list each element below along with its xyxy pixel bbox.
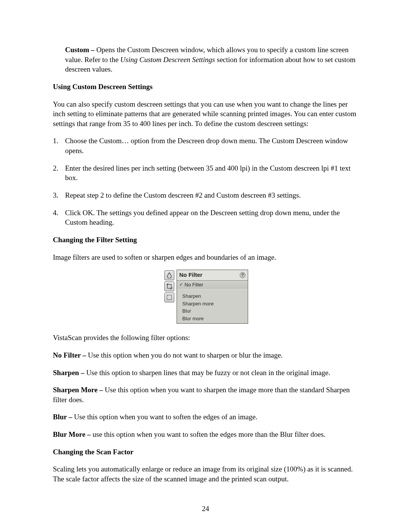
blur-paragraph: Blur – Use this option when you want to … xyxy=(53,412,360,422)
dropdown-selected-row[interactable]: ✓ No Filter xyxy=(177,281,248,290)
blur-text: Use this option when you want to soften … xyxy=(72,413,258,421)
filter-dropdown-figure: No Filter ? ✓ No Filter Sharpen Sharpen … xyxy=(164,270,248,324)
heading-scan-factor: Changing the Scan Factor xyxy=(53,447,360,457)
scan-factor-paragraph: Scaling lets you automatically enlarge o… xyxy=(53,464,360,484)
dropdown-item-sharpen-more[interactable]: Sharpen more xyxy=(177,300,248,308)
sharpen-text: Use this option to sharpen lines that ma… xyxy=(84,369,330,377)
page-number: 24 xyxy=(0,504,411,514)
dropdown-selected-label: No Filter xyxy=(185,281,203,288)
selection-icon[interactable] xyxy=(164,292,174,302)
dropdown-header: No Filter ? xyxy=(177,270,248,280)
filter-dropdown[interactable]: No Filter ? ✓ No Filter Sharpen Sharpen … xyxy=(177,270,248,324)
filter-options-intro: VistaScan provides the following filter … xyxy=(53,333,360,343)
dropdown-header-label: No Filter xyxy=(179,271,202,279)
dropdown-item-sharpen[interactable]: Sharpen xyxy=(177,292,248,300)
sharpen-paragraph: Sharpen – Use this option to sharpen lin… xyxy=(53,368,360,378)
crop-icon[interactable] xyxy=(164,281,174,291)
tool-icon-column xyxy=(164,270,174,324)
svg-rect-0 xyxy=(167,284,171,288)
droplet-icon[interactable] xyxy=(164,270,174,280)
step-4: Click OK. The settings you defined appea… xyxy=(53,208,360,227)
custom-label: Custom – xyxy=(65,46,95,54)
descreen-intro-paragraph: You can also specify custom descreen set… xyxy=(53,99,360,129)
step-2: Enter the desired lines per inch setting… xyxy=(53,163,360,183)
step-3: Repeat step 2 to define the Custom descr… xyxy=(53,190,360,200)
help-icon[interactable]: ? xyxy=(240,272,245,278)
step-1: Choose the Custom… option from the Descr… xyxy=(53,136,360,155)
blur-more-text: use this option when you want to soften … xyxy=(91,430,326,438)
sharpen-label: Sharpen – xyxy=(53,369,84,377)
blur-more-paragraph: Blur More – use this option when you wan… xyxy=(53,430,360,439)
checkmark-icon: ✓ xyxy=(179,282,183,287)
filter-intro-paragraph: Image filters are used to soften or shar… xyxy=(53,252,360,262)
dropdown-options: Sharpen Sharpen more Blur Blur more xyxy=(177,292,248,323)
custom-paragraph: Custom – Opens the Custom Descreen windo… xyxy=(65,45,360,74)
blur-label: Blur – xyxy=(53,413,72,421)
blur-more-label: Blur More – xyxy=(53,430,91,438)
no-filter-paragraph: No Filter – Use this option when you do … xyxy=(53,350,360,360)
dropdown-item-blur-more[interactable]: Blur more xyxy=(177,315,248,323)
no-filter-label: No Filter – xyxy=(53,351,86,359)
sharpen-more-paragraph: Sharpen More – Use this option when you … xyxy=(53,385,360,404)
sharpen-more-label: Sharpen More – xyxy=(53,386,103,394)
no-filter-text: Use this option when you do not want to … xyxy=(86,351,283,359)
heading-custom-descreen: Using Custom Descreen Settings xyxy=(53,82,360,92)
svg-rect-3 xyxy=(167,295,172,300)
dropdown-item-blur[interactable]: Blur xyxy=(177,307,248,315)
steps-list: Choose the Custom… option from the Descr… xyxy=(53,136,360,227)
heading-filter-setting: Changing the Filter Setting xyxy=(53,235,360,245)
document-page: Custom – Opens the Custom Descreen windo… xyxy=(0,0,411,514)
custom-italic: Using Custom Descreen Settings xyxy=(120,56,215,64)
